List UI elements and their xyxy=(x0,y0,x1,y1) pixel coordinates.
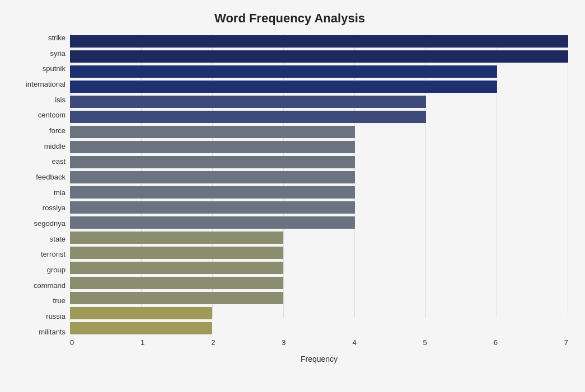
bar-row xyxy=(70,260,568,275)
x-tick: 5 xyxy=(423,338,427,347)
x-tick: 0 xyxy=(70,338,74,347)
bar xyxy=(70,322,212,334)
y-label: international xyxy=(26,81,65,88)
y-label: terrorist xyxy=(41,251,65,258)
bar xyxy=(70,307,212,319)
bar xyxy=(70,35,568,48)
bar-row xyxy=(70,230,568,245)
y-label: strike xyxy=(48,34,65,41)
x-axis-label: Frequency xyxy=(301,355,338,363)
bar xyxy=(70,156,355,168)
bar-row xyxy=(70,110,568,125)
bar xyxy=(70,126,355,138)
bar-row xyxy=(70,305,568,320)
chart-area: strikesyriasputnikinternationalisiscentc… xyxy=(11,34,568,353)
bars-grid xyxy=(70,34,568,336)
y-label: mia xyxy=(54,189,65,196)
bar-row xyxy=(70,215,568,230)
x-axis: 01234567 Frequency xyxy=(70,336,568,353)
y-label: group xyxy=(47,266,65,273)
x-tick: 1 xyxy=(141,338,144,347)
bar xyxy=(70,232,283,244)
y-label: syria xyxy=(50,50,65,57)
bar xyxy=(70,186,355,199)
bar xyxy=(70,65,497,78)
bar-row xyxy=(70,185,568,200)
y-label: sputnik xyxy=(43,65,65,72)
chart-title: Word Frequency Analysis xyxy=(11,11,568,26)
y-label: force xyxy=(49,127,65,134)
bar-row xyxy=(70,290,568,305)
y-label: segodnya xyxy=(34,220,65,227)
bar-row xyxy=(70,155,568,170)
bar-row xyxy=(70,320,568,336)
y-label: militants xyxy=(39,328,65,336)
x-tick: 6 xyxy=(494,338,498,347)
x-tick: 4 xyxy=(352,338,356,347)
bar-row xyxy=(70,34,568,49)
bar xyxy=(70,81,497,93)
bar-row xyxy=(70,79,568,95)
bar-row xyxy=(70,125,568,140)
bar xyxy=(70,277,283,289)
bars-and-axes: 01234567 Frequency xyxy=(70,34,568,353)
bar xyxy=(70,50,568,63)
bar xyxy=(70,111,426,123)
y-label: east xyxy=(52,158,65,165)
bar xyxy=(70,201,355,214)
y-label: state xyxy=(50,235,65,243)
y-labels: strikesyriasputnikinternationalisiscentc… xyxy=(11,34,70,353)
bar xyxy=(70,96,426,108)
y-label: rossiya xyxy=(43,204,65,211)
bar xyxy=(70,141,355,153)
y-label: feedback xyxy=(36,173,65,181)
bar-row xyxy=(70,95,568,110)
y-label: true xyxy=(53,297,65,304)
y-label: middle xyxy=(44,143,65,150)
bar-row xyxy=(70,200,568,215)
bar xyxy=(70,171,355,183)
x-ticks: 01234567 xyxy=(70,338,568,347)
bar xyxy=(70,292,283,304)
y-label: command xyxy=(34,282,65,289)
bar-row xyxy=(70,245,568,260)
x-tick: 3 xyxy=(282,338,286,347)
bar-row xyxy=(70,170,568,185)
bar xyxy=(70,247,283,259)
bar xyxy=(70,262,283,274)
bar-row xyxy=(70,140,568,155)
bar-row xyxy=(70,49,568,64)
y-label: isis xyxy=(55,96,65,103)
y-label: russia xyxy=(46,313,65,320)
x-tick: 7 xyxy=(564,338,568,347)
bar-row xyxy=(70,275,568,290)
x-tick: 2 xyxy=(211,338,215,347)
bar-row xyxy=(70,64,568,79)
bar xyxy=(70,216,355,229)
y-label: centcom xyxy=(38,111,65,119)
chart-container: Word Frequency Analysis strikesyriasputn… xyxy=(0,0,585,392)
